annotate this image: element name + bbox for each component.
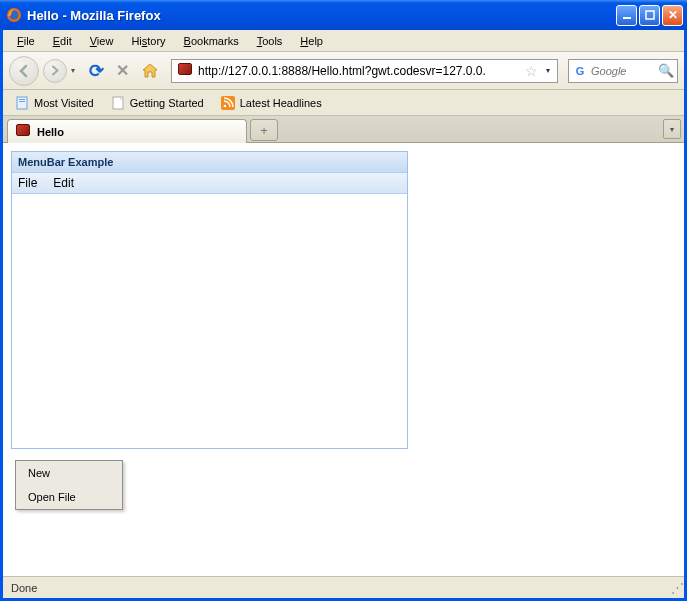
search-box[interactable]: G 🔍 <box>568 59 678 83</box>
bookmark-label: Getting Started <box>130 97 204 109</box>
status-text: Done <box>11 582 37 594</box>
forward-button[interactable] <box>43 59 67 83</box>
minimize-button[interactable] <box>616 5 637 26</box>
bookmarks-bar: Most Visited Getting Started Latest Head… <box>3 90 684 116</box>
google-icon[interactable]: G <box>572 63 588 79</box>
panel-body <box>12 194 407 448</box>
url-favicon <box>178 63 194 79</box>
titlebar[interactable]: Hello - Mozilla Firefox ✕ <box>0 0 687 30</box>
page-content: MenuBar Example File Edit <box>3 143 684 576</box>
svg-point-9 <box>223 104 226 107</box>
tab-favicon <box>16 124 32 140</box>
page-icon <box>110 95 126 111</box>
stop-button[interactable]: ✕ <box>112 61 133 80</box>
menu-item-new[interactable]: New <box>16 461 122 485</box>
browser-menubar: File Edit View History Bookmarks Tools H… <box>3 30 684 52</box>
svg-rect-3 <box>646 11 654 19</box>
resize-grip[interactable]: ⋰ <box>671 580 682 595</box>
window-title: Hello - Mozilla Firefox <box>27 8 616 23</box>
close-button[interactable]: ✕ <box>662 5 683 26</box>
nav-history-dropdown[interactable]: ▾ <box>71 66 81 75</box>
menu-history[interactable]: History <box>123 33 173 49</box>
bookmark-star-icon[interactable]: ☆ <box>525 63 538 79</box>
menu-edit[interactable]: Edit <box>45 33 80 49</box>
panel-title: MenuBar Example <box>12 152 407 173</box>
menu-tools[interactable]: Tools <box>249 33 291 49</box>
panel-menubar: File Edit <box>12 173 407 194</box>
context-menu: New Open File <box>15 460 123 510</box>
tab-title: Hello <box>37 126 64 138</box>
tab-bar: Hello + ▾ <box>3 116 684 143</box>
bookmark-latest-headlines[interactable]: Latest Headlines <box>213 92 329 114</box>
url-dropdown[interactable]: ▾ <box>541 66 555 75</box>
panel-menu-edit[interactable]: Edit <box>53 176 74 190</box>
menu-item-open-file[interactable]: Open File <box>16 485 122 509</box>
status-bar: Done ⋰ <box>3 576 684 598</box>
bookmark-label: Latest Headlines <box>240 97 322 109</box>
tab-overflow-button[interactable]: ▾ <box>663 119 681 139</box>
example-panel: MenuBar Example File Edit <box>11 151 408 449</box>
bookmark-getting-started[interactable]: Getting Started <box>103 92 211 114</box>
panel-menu-file[interactable]: File <box>18 176 37 190</box>
reload-button[interactable]: ⟳ <box>85 60 108 82</box>
page-icon <box>14 95 30 111</box>
svg-rect-5 <box>19 99 25 100</box>
bookmark-most-visited[interactable]: Most Visited <box>7 92 101 114</box>
menu-view[interactable]: View <box>82 33 122 49</box>
maximize-button[interactable] <box>639 5 660 26</box>
svg-rect-6 <box>19 101 25 102</box>
new-tab-button[interactable]: + <box>250 119 278 141</box>
bookmark-label: Most Visited <box>34 97 94 109</box>
home-button[interactable] <box>137 62 163 80</box>
search-input[interactable] <box>591 65 655 77</box>
rss-icon <box>220 95 236 111</box>
navbar: ▾ ⟳ ✕ http://127.0.0.1:8888/Hello.html?g… <box>3 52 684 90</box>
url-bar[interactable]: http://127.0.0.1:8888/Hello.html?gwt.cod… <box>171 59 558 83</box>
menu-bookmarks[interactable]: Bookmarks <box>176 33 247 49</box>
search-go-icon[interactable]: 🔍 <box>658 63 674 78</box>
svg-rect-2 <box>623 17 631 19</box>
svg-rect-4 <box>17 97 27 109</box>
firefox-icon <box>6 7 22 23</box>
menu-help[interactable]: Help <box>292 33 331 49</box>
back-button[interactable] <box>9 56 39 86</box>
menu-file[interactable]: File <box>9 33 43 49</box>
tab-active[interactable]: Hello <box>7 119 247 143</box>
url-text[interactable]: http://127.0.0.1:8888/Hello.html?gwt.cod… <box>198 64 522 78</box>
